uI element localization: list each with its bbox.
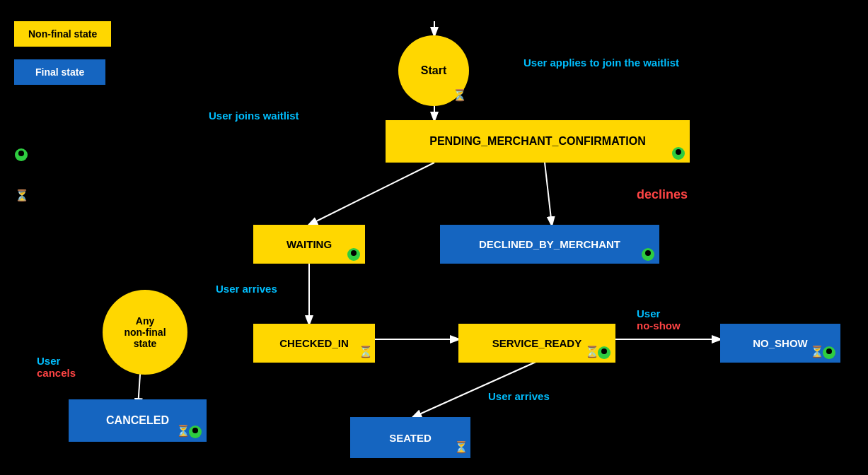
legend-final-label: Final state bbox=[35, 66, 84, 78]
user-arrives1-text: User arrives bbox=[216, 283, 277, 295]
no-show-icons bbox=[809, 346, 836, 360]
noshow-text: no-show bbox=[637, 319, 681, 332]
node-no-show: NO_SHOW bbox=[720, 324, 840, 363]
start-label: Start bbox=[421, 64, 446, 77]
hourglass-icon-seated bbox=[454, 441, 465, 455]
legend-nonfinal-label: Non-final state bbox=[28, 28, 97, 40]
declines-text: declines bbox=[637, 187, 688, 201]
legend-hourglass-row bbox=[14, 189, 27, 204]
person-icon-legend bbox=[15, 148, 28, 161]
hourglass-icon-canceled bbox=[176, 425, 187, 439]
declined-label: DECLINED_BY_MERCHANT bbox=[479, 238, 620, 250]
node-checked-in: CHECKED_IN bbox=[253, 324, 375, 363]
declined-icons bbox=[641, 248, 655, 261]
legend-nonfinal: Non-final state bbox=[14, 21, 111, 47]
svg-line-1 bbox=[309, 163, 434, 225]
legend-nonfinal-box: Non-final state bbox=[14, 21, 111, 47]
cancels-text: cancels bbox=[37, 367, 76, 379]
pending-icons bbox=[671, 147, 685, 160]
service-ready-label: SERVICE_READY bbox=[492, 337, 581, 349]
node-seated: SEATED bbox=[350, 417, 470, 458]
seated-label: SEATED bbox=[389, 432, 432, 444]
node-pending: PENDING_MERCHANT_CONFIRMATION bbox=[386, 120, 690, 163]
person-icon-pending bbox=[672, 147, 685, 160]
svg-line-6 bbox=[413, 360, 539, 417]
pending-label: PENDING_MERCHANT_CONFIRMATION bbox=[429, 135, 645, 148]
noshow-prefix-text: User bbox=[637, 307, 660, 319]
node-start: Start bbox=[398, 35, 469, 106]
legend-final-box: Final state bbox=[14, 59, 105, 85]
node-waiting: WAITING bbox=[253, 225, 365, 264]
checked-in-icons bbox=[358, 346, 371, 360]
hourglass-icon-service-ready bbox=[585, 346, 596, 360]
hourglass-icon-legend bbox=[15, 189, 26, 204]
node-canceled: CANCELED bbox=[69, 399, 207, 442]
hourglass-icon-checked-in bbox=[359, 346, 370, 360]
applies-text: User applies to join the waitlist bbox=[523, 57, 679, 69]
label-declines: declines bbox=[637, 187, 688, 202]
any-nonfinal-label: Any non-final state bbox=[124, 315, 166, 349]
person-icon-canceled bbox=[189, 426, 202, 438]
waiting-label: WAITING bbox=[287, 238, 332, 250]
person-icon-declined bbox=[642, 248, 654, 261]
legend-person-row bbox=[14, 148, 28, 161]
user-arrives2-text: User arrives bbox=[488, 390, 550, 402]
label-joins: User joins waitlist bbox=[209, 110, 299, 122]
person-icon-no-show bbox=[823, 346, 835, 359]
seated-icons bbox=[453, 441, 466, 455]
hourglass-icon-no-show bbox=[810, 346, 821, 360]
start-icons bbox=[452, 89, 465, 103]
no-show-label: NO_SHOW bbox=[753, 337, 808, 349]
label-applies: User applies to join the waitlist bbox=[523, 57, 679, 69]
person-icon-service-ready bbox=[598, 346, 611, 359]
hourglass-icon-start bbox=[453, 89, 464, 103]
person-icon-waiting bbox=[347, 248, 360, 261]
checked-in-label: CHECKED_IN bbox=[279, 337, 349, 349]
user-prefix-text: User bbox=[37, 355, 60, 367]
node-any-nonfinal: Any non-final state bbox=[103, 290, 187, 375]
node-service-ready: SERVICE_READY bbox=[458, 324, 615, 363]
diagram-container: Non-final state Final state bbox=[0, 0, 868, 475]
canceled-icons bbox=[175, 425, 202, 439]
label-user-arrives1: User arrives bbox=[216, 283, 277, 295]
legend: Non-final state Final state bbox=[14, 21, 111, 98]
node-declined: DECLINED_BY_MERCHANT bbox=[440, 225, 659, 264]
legend-final: Final state bbox=[14, 59, 111, 85]
label-user-noshow: User no-show bbox=[637, 307, 681, 332]
waiting-icons bbox=[347, 248, 361, 261]
service-ready-icons bbox=[584, 346, 611, 360]
canceled-label: CANCELED bbox=[106, 414, 169, 427]
svg-line-2 bbox=[545, 163, 552, 225]
label-user-cancels: User cancels bbox=[37, 355, 76, 379]
joins-text: User joins waitlist bbox=[209, 110, 299, 122]
label-user-arrives2: User arrives bbox=[488, 390, 550, 402]
